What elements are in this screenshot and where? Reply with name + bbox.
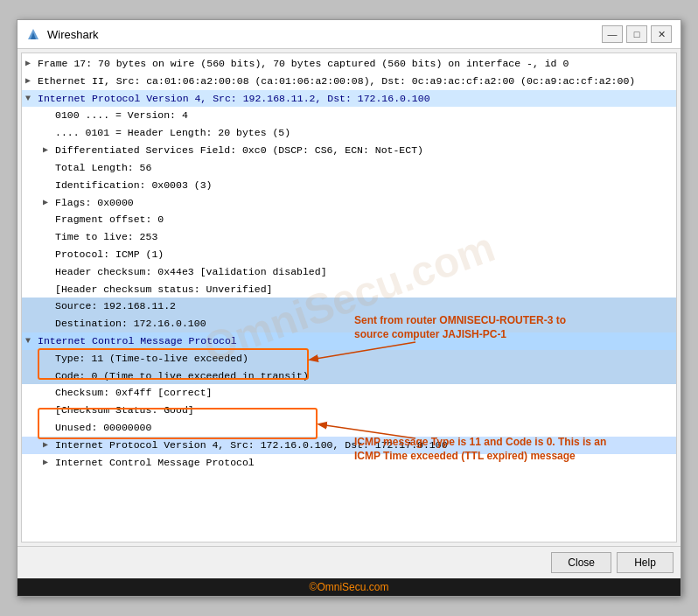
copyright-text: ©OmniSecu.com bbox=[310, 581, 389, 593]
tree-row[interactable]: Destination: 172.16.0.100 bbox=[22, 315, 676, 332]
tree-row[interactable]: [Checksum Status: Good] bbox=[22, 402, 676, 419]
row-text: Checksum: 0xf4ff [correct] bbox=[55, 385, 212, 401]
row-text: Source: 192.168.11.2 bbox=[55, 298, 176, 314]
tree-row[interactable]: Type: 11 (Time-to-live exceeded) bbox=[22, 350, 676, 368]
row-text: Unused: 00000000 bbox=[55, 420, 151, 436]
row-text: Destination: 172.16.0.100 bbox=[55, 316, 206, 332]
row-text: Protocol: ICMP (1) bbox=[55, 247, 164, 262]
help-button[interactable]: Help bbox=[617, 552, 674, 573]
row-text: Identification: 0x0003 (3) bbox=[55, 178, 212, 193]
tree-row[interactable]: Total Length: 56 bbox=[22, 159, 676, 177]
tree-row[interactable]: Header checksum: 0x44e3 [validation disa… bbox=[22, 263, 676, 281]
close-window-button[interactable]: ✕ bbox=[651, 25, 672, 43]
row-text: Internet Protocol Version 4, Src: 172.16… bbox=[55, 438, 448, 453]
row-text: Type: 11 (Time-to-live exceeded) bbox=[55, 351, 248, 367]
row-text: Internet Control Message Protocol bbox=[55, 455, 255, 471]
wireshark-app-icon bbox=[26, 27, 40, 41]
row-text: Code: 0 (Time to live exceeded in transi… bbox=[55, 368, 309, 384]
row-text: Flags: 0x0000 bbox=[55, 195, 134, 211]
row-text: Frame 17: 70 bytes on wire (560 bits), 7… bbox=[38, 56, 569, 72]
packet-tree: ▶Frame 17: 70 bytes on wire (560 bits), … bbox=[22, 53, 676, 473]
row-text: Time to live: 253 bbox=[55, 229, 157, 245]
tree-row[interactable]: ▶Internet Control Message Protocol bbox=[22, 454, 676, 472]
row-text: Internet Control Message Protocol bbox=[38, 333, 237, 349]
tree-row[interactable]: 0100 .... = Version: 4 bbox=[22, 107, 676, 124]
tree-row[interactable]: ▶Frame 17: 70 bytes on wire (560 bits), … bbox=[22, 55, 676, 73]
row-text: Fragment offset: 0 bbox=[55, 212, 164, 228]
tree-row[interactable]: [Header checksum status: Unverified] bbox=[22, 281, 676, 298]
tree-row[interactable]: ▶Ethernet II, Src: ca:01:06:a2:00:08 (ca… bbox=[22, 73, 676, 90]
row-text: Differentiated Services Field: 0xc0 (DSC… bbox=[55, 143, 423, 158]
tree-row[interactable]: Time to live: 253 bbox=[22, 228, 676, 246]
tree-row[interactable]: ▶Flags: 0x0000 bbox=[22, 194, 676, 212]
row-text: Header checksum: 0x44e3 [validation disa… bbox=[55, 264, 327, 280]
title-bar: Wireshark — □ ✕ bbox=[17, 20, 681, 49]
row-text: 0100 .... = Version: 4 bbox=[55, 108, 188, 123]
minimize-button[interactable]: — bbox=[602, 25, 623, 43]
tree-row[interactable]: Protocol: ICMP (1) bbox=[22, 246, 676, 263]
copyright-bar: ©OmniSecu.com bbox=[17, 578, 681, 596]
window-controls: — □ ✕ bbox=[602, 25, 672, 43]
row-text: Internet Protocol Version 4, Src: 192.16… bbox=[38, 91, 430, 107]
row-text: Total Length: 56 bbox=[55, 160, 151, 176]
tree-row[interactable]: ▶Internet Protocol Version 4, Src: 172.1… bbox=[22, 437, 676, 454]
tree-row[interactable]: Checksum: 0xf4ff [correct] bbox=[22, 384, 676, 402]
row-text: Ethernet II, Src: ca:01:06:a2:00:08 (ca:… bbox=[38, 74, 635, 89]
row-text: [Header checksum status: Unverified] bbox=[55, 282, 272, 298]
tree-row[interactable]: Fragment offset: 0 bbox=[22, 211, 676, 228]
tree-row[interactable]: Unused: 00000000 bbox=[22, 419, 676, 437]
maximize-button[interactable]: □ bbox=[626, 25, 647, 43]
dialog-footer: Close Help bbox=[17, 546, 681, 578]
tree-row[interactable]: .... 0101 = Header Length: 20 bytes (5) bbox=[22, 124, 676, 142]
packet-detail-panel: OmniSecu.com ▶Frame 17: 70 bytes on wire… bbox=[21, 52, 677, 542]
tree-row[interactable]: ▼Internet Protocol Version 4, Src: 192.1… bbox=[22, 90, 676, 108]
tree-row[interactable]: Identification: 0x0003 (3) bbox=[22, 177, 676, 194]
row-text: .... 0101 = Header Length: 20 bytes (5) bbox=[55, 125, 290, 141]
tree-row[interactable]: ▼Internet Control Message Protocol bbox=[22, 332, 676, 350]
tree-row[interactable]: Source: 192.168.11.2 bbox=[22, 298, 676, 315]
wireshark-window: Wireshark — □ ✕ OmniSecu.com ▶Frame 17: … bbox=[17, 19, 681, 597]
window-title: Wireshark bbox=[47, 28, 99, 41]
row-text: [Checksum Status: Good] bbox=[55, 402, 194, 418]
tree-row[interactable]: ▶Differentiated Services Field: 0xc0 (DS… bbox=[22, 142, 676, 159]
title-bar-left: Wireshark bbox=[26, 27, 99, 41]
close-button[interactable]: Close bbox=[551, 552, 611, 573]
tree-row[interactable]: Code: 0 (Time to live exceeded in transi… bbox=[22, 368, 676, 385]
